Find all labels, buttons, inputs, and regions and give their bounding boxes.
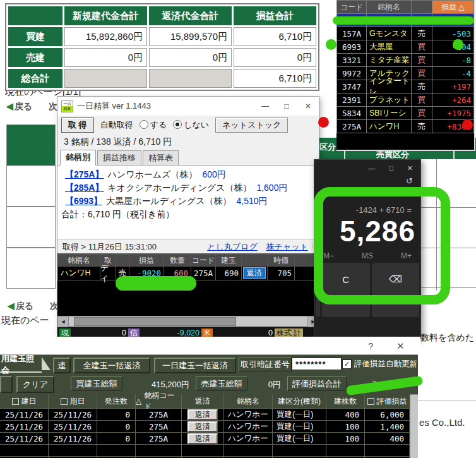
- history-icon[interactable]: ↺: [314, 176, 420, 188]
- link-button[interactable]: 連: [53, 358, 71, 373]
- position-cell-date[interactable]: 25/11/26: [0, 433, 48, 444]
- close-icon[interactable]: ✕: [396, 340, 405, 352]
- tab-by-stock[interactable]: 銘柄別: [60, 150, 96, 166]
- partial-button[interactable]: [0, 376, 13, 393]
- detail-cell-name[interactable]: ハンワH: [58, 267, 100, 280]
- scroll-left-icon[interactable]: ◄: [57, 316, 69, 327]
- radio-selected-icon[interactable]: [173, 120, 182, 129]
- stock-cell-side[interactable]: 売: [412, 27, 432, 40]
- column-header-eval[interactable]: 評価損益: [365, 394, 409, 408]
- clear-button[interactable]: クリア: [16, 376, 54, 393]
- stock-code-link[interactable]: 【285A】: [65, 183, 104, 193]
- radio-icon[interactable]: [140, 120, 148, 129]
- column-header-kind[interactable]: 建区分(種類): [273, 394, 326, 408]
- position-cell-date[interactable]: 25/11/26: [0, 421, 48, 432]
- netstock-button[interactable]: ネットストック: [215, 118, 288, 133]
- position-cell-eval[interactable]: 400: [365, 433, 409, 444]
- calculator-title-bar[interactable]: — □ ✕: [314, 160, 420, 176]
- radio-option-yes[interactable]: する: [140, 119, 167, 131]
- detail-cell-code[interactable]: 275A: [191, 267, 215, 280]
- repay-day-button[interactable]: 一日建玉一括返済: [154, 358, 236, 373]
- stock-cell-side[interactable]: 買: [412, 40, 432, 53]
- position-cell-due[interactable]: 25/11/26: [49, 421, 97, 432]
- repay-button[interactable]: 返済: [187, 433, 218, 444]
- back-link[interactable]: 戻る: [15, 101, 32, 111]
- column-header-name[interactable]: 銘柄名: [367, 1, 411, 13]
- checkbox-icon[interactable]: [12, 398, 19, 405]
- column-header-side[interactable]: [412, 1, 432, 13]
- checkbox-icon[interactable]: [367, 398, 374, 405]
- position-cell-shares[interactable]: 100: [326, 433, 364, 444]
- horizontal-scrollbar[interactable]: ◄ ►: [57, 316, 319, 327]
- position-cell-due[interactable]: 25/11/26: [49, 433, 97, 444]
- stock-code-link[interactable]: 【275A】: [65, 169, 104, 179]
- position-cell-kind[interactable]: 買建(一日): [273, 409, 326, 420]
- get-button[interactable]: 取 得: [61, 118, 94, 133]
- stock-cell-side[interactable]: 買: [412, 107, 432, 119]
- position-cell-orders[interactable]: 0: [97, 409, 135, 420]
- position-cell-kind[interactable]: 買建(一日): [273, 433, 326, 444]
- title-bar[interactable]: 一日 精算 一日精算 ver 1.1443 — □ ✕: [57, 97, 319, 116]
- position-cell-name[interactable]: ハンワホー: [224, 421, 272, 432]
- position-cell-shares[interactable]: 100: [326, 421, 364, 432]
- repay-button[interactable]: 返済: [243, 267, 266, 279]
- position-cell-due[interactable]: 25/11/26: [49, 409, 97, 420]
- detail-cell-price[interactable]: 705: [268, 267, 294, 280]
- tab-settlement-sheet[interactable]: 精算表: [143, 150, 179, 165]
- stock-cell-pl[interactable]: +1975: [432, 107, 473, 119]
- stock-cell-name[interactable]: SBIリーシ: [367, 107, 411, 119]
- minimize-icon[interactable]: —: [368, 164, 375, 172]
- next-link[interactable]: 次: [49, 101, 57, 111]
- column-header-shares[interactable]: 建株数: [326, 394, 364, 408]
- tab-pl-trend[interactable]: 損益推移: [97, 150, 141, 165]
- position-cell-eval[interactable]: 1,400: [365, 421, 409, 432]
- calc-partial-button[interactable]: [316, 298, 320, 317]
- radio-option-no[interactable]: しない: [173, 119, 209, 131]
- blog-link[interactable]: とし丸ブログ: [207, 241, 258, 253]
- maximize-icon[interactable]: □: [276, 97, 297, 115]
- position-cell-shares[interactable]: 400: [326, 409, 364, 420]
- help-icon[interactable]: ?: [368, 340, 373, 351]
- position-cell-orders[interactable]: 0: [97, 421, 135, 432]
- back-link[interactable]: 戻る: [16, 301, 33, 311]
- chat-link[interactable]: 株チャット: [266, 241, 308, 253]
- column-header-orders[interactable]: 発注数: [97, 394, 135, 408]
- stock-cell-code[interactable]: 9972: [337, 67, 366, 80]
- column-header[interactable]: [116, 255, 129, 266]
- column-header[interactable]: 銘柄名: [58, 255, 100, 266]
- stock-cell-pl[interactable]: +197: [432, 80, 473, 93]
- checkbox-icon[interactable]: [61, 398, 68, 405]
- detail-cell-type[interactable]: デイ: [100, 267, 116, 280]
- position-cell-date[interactable]: 25/11/26: [0, 409, 48, 420]
- position-cell-code[interactable]: 275A: [136, 421, 181, 432]
- stock-cell-name[interactable]: プラネット: [367, 93, 411, 106]
- column-header-code[interactable]: △銘柄コード: [136, 394, 181, 408]
- stock-cell-side[interactable]: 買: [412, 54, 432, 66]
- close-icon[interactable]: ✕: [297, 97, 319, 115]
- position-cell-orders[interactable]: 0: [97, 433, 135, 444]
- position-cell-eval[interactable]: 6,000: [365, 409, 409, 420]
- stock-code-link[interactable]: 【6993】: [65, 196, 102, 206]
- column-header-date[interactable]: 建日: [0, 394, 48, 408]
- stock-cell-code[interactable]: 3321: [337, 54, 366, 66]
- column-header[interactable]: [242, 255, 267, 266]
- stock-cell-name[interactable]: 大黒屋: [367, 40, 411, 53]
- stock-cell-side[interactable]: 買: [412, 67, 432, 80]
- minimize-icon[interactable]: —: [254, 97, 276, 115]
- scrollbar-thumb[interactable]: [74, 317, 236, 326]
- column-header-code[interactable]: コード: [337, 1, 366, 13]
- position-cell-name[interactable]: ハンワホー: [224, 409, 272, 420]
- column-header[interactable]: 時価: [268, 255, 294, 266]
- detail-cell-position[interactable]: 690: [216, 267, 241, 280]
- position-cell-name[interactable]: ハンワホー: [224, 433, 272, 444]
- stock-cell-code[interactable]: 6993: [337, 40, 366, 53]
- stock-cell-name[interactable]: ハンワH: [367, 120, 411, 133]
- stock-cell-side[interactable]: 売: [412, 120, 432, 133]
- column-header-name[interactable]: 銘柄名: [224, 394, 272, 408]
- stock-cell-pl[interactable]: -8: [432, 54, 473, 66]
- position-cell-code[interactable]: 275A: [136, 409, 181, 420]
- column-header-due[interactable]: 期日: [49, 394, 97, 408]
- maximize-icon[interactable]: □: [389, 164, 393, 172]
- close-icon[interactable]: ✕: [407, 164, 413, 172]
- repay-all-button[interactable]: 全建玉一括返済: [73, 358, 150, 373]
